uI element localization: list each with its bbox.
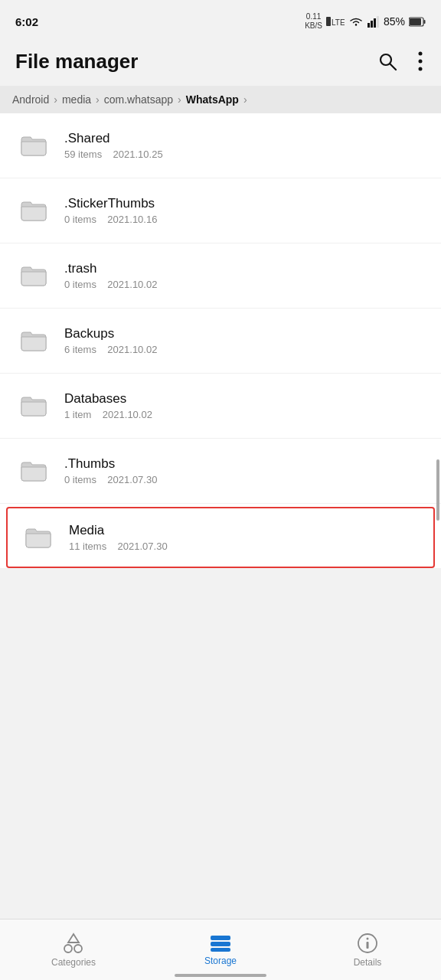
details-label: Details: [354, 957, 382, 968]
svg-rect-4: [371, 21, 373, 28]
search-icon: [377, 51, 398, 72]
file-info-thumbs: .Thumbs 0 items 2021.07.30: [64, 456, 426, 485]
svg-rect-0: [326, 17, 331, 26]
file-name: .Thumbs: [64, 456, 426, 472]
file-list: .Shared 59 items 2021.10.25 .StickerThum…: [0, 113, 441, 568]
svg-rect-20: [211, 948, 230, 952]
file-name: .StickerThumbs: [64, 196, 426, 211]
signal-icon: [368, 15, 380, 28]
status-bar: 6:02 0.11 KB/S LTE 85%: [0, 0, 441, 40]
top-bar: File manager: [0, 40, 441, 86]
breadcrumb-android[interactable]: Android: [12, 93, 49, 106]
breadcrumb-media[interactable]: media: [62, 93, 91, 106]
svg-point-12: [419, 52, 423, 56]
file-info-databases: Databases 1 item 2021.10.02: [64, 391, 426, 420]
file-info-backups: Backups 6 items 2021.10.02: [64, 326, 426, 355]
details-icon: [357, 933, 378, 954]
scroll-indicator: [436, 459, 439, 521]
list-item-media[interactable]: Media 11 items 2021.07.30: [6, 507, 435, 568]
file-info-trash: .trash 0 items 2021.10.02: [64, 261, 426, 290]
svg-rect-9: [424, 20, 426, 24]
list-item[interactable]: Databases 1 item 2021.10.02: [0, 374, 441, 439]
file-meta: 0 items 2021.07.30: [64, 474, 426, 485]
file-meta: 0 items 2021.10.02: [64, 279, 426, 290]
home-indicator: [175, 974, 266, 977]
file-info-media: Media 11 items 2021.07.30: [69, 523, 421, 552]
svg-marker-15: [68, 934, 79, 942]
storage-icon: [209, 934, 232, 952]
more-options-button[interactable]: [415, 48, 426, 74]
categories-label: Categories: [51, 957, 96, 968]
bottom-nav-storage[interactable]: Storage: [147, 920, 294, 980]
volte-icon: LTE: [326, 15, 345, 28]
status-right: 0.11 KB/S LTE 85%: [305, 12, 426, 31]
folder-icon-stickerthumbs: [15, 192, 52, 229]
data-speed-indicator: 0.11 KB/S: [305, 12, 322, 31]
svg-rect-3: [368, 23, 370, 28]
svg-point-22: [367, 937, 369, 939]
folder-icon-shared: [15, 127, 52, 164]
storage-label: Storage: [204, 956, 237, 966]
file-meta: 0 items 2021.10.16: [64, 214, 426, 225]
more-vert-icon: [418, 51, 423, 71]
list-item[interactable]: .Thumbs 0 items 2021.07.30: [0, 439, 441, 504]
list-item[interactable]: .Shared 59 items 2021.10.25: [0, 113, 441, 178]
file-name: Databases: [64, 391, 426, 407]
svg-rect-23: [367, 942, 369, 949]
svg-rect-8: [410, 18, 421, 25]
list-item[interactable]: .trash 0 items 2021.10.02: [0, 243, 441, 309]
svg-rect-18: [211, 936, 230, 940]
status-time: 6:02: [15, 15, 38, 28]
list-item[interactable]: .StickerThumbs 0 items 2021.10.16: [0, 178, 441, 243]
breadcrumb-com-whatsapp[interactable]: com.whatsapp: [104, 93, 173, 106]
file-name: Media: [69, 523, 421, 538]
svg-point-2: [355, 24, 357, 25]
breadcrumb: Android › media › com.whatsapp › WhatsAp…: [0, 86, 441, 113]
svg-rect-19: [211, 942, 230, 946]
folder-icon-media: [20, 519, 57, 556]
file-meta: 1 item 2021.10.02: [64, 409, 426, 420]
svg-rect-5: [374, 18, 376, 28]
svg-point-17: [74, 945, 82, 952]
list-item[interactable]: Backups 6 items 2021.10.02: [0, 309, 441, 374]
folder-icon-trash: [15, 257, 52, 294]
file-name: .Shared: [64, 131, 426, 146]
svg-text:LTE: LTE: [332, 18, 345, 27]
folder-icon-thumbs: [15, 452, 52, 489]
search-button[interactable]: [374, 47, 401, 75]
file-meta: 59 items 2021.10.25: [64, 149, 426, 160]
top-bar-actions: [374, 47, 426, 75]
battery-label: 85%: [384, 15, 405, 28]
svg-point-14: [419, 67, 423, 71]
file-name: Backups: [64, 326, 426, 341]
file-meta: 6 items 2021.10.02: [64, 344, 426, 355]
battery-icon: [409, 17, 426, 27]
wifi-icon: [348, 15, 364, 28]
folder-icon-backups: [15, 322, 52, 359]
bottom-nav-categories[interactable]: Categories: [0, 920, 147, 980]
folder-icon-databases: [15, 387, 52, 424]
categories-icon: [62, 933, 85, 954]
bottom-nav-details[interactable]: Details: [294, 920, 441, 980]
file-name: .trash: [64, 261, 426, 276]
file-meta: 11 items 2021.07.30: [69, 541, 421, 552]
page-title: File manager: [15, 50, 138, 74]
file-info-shared: .Shared 59 items 2021.10.25: [64, 131, 426, 160]
svg-point-16: [64, 945, 72, 952]
svg-line-11: [390, 64, 397, 70]
bottom-nav: Categories Storage Details: [0, 919, 441, 980]
svg-point-13: [419, 60, 423, 64]
file-info-stickerthumbs: .StickerThumbs 0 items 2021.10.16: [64, 196, 426, 225]
svg-rect-6: [377, 16, 379, 28]
breadcrumb-whatsapp[interactable]: WhatsApp: [186, 93, 239, 106]
